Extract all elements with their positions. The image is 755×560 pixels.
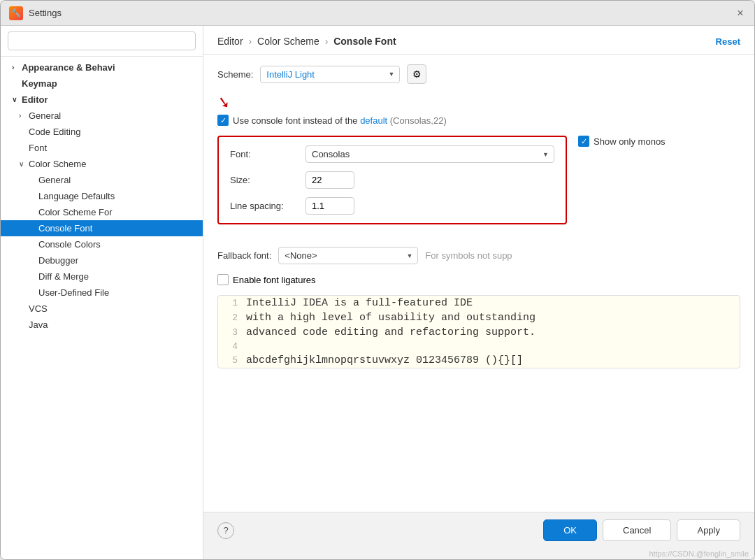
use-console-font-checkbox[interactable]: ✓ (217, 115, 229, 126)
sidebar-item-label: Code Editing (29, 127, 80, 137)
sidebar-item-editor[interactable]: ∨ Editor (1, 92, 203, 108)
reset-button[interactable]: Reset (716, 36, 740, 47)
arrow-icon: › (12, 64, 19, 71)
breadcrumb-part2: Color Scheme (257, 36, 319, 47)
checkmark-icon: ✓ (220, 116, 226, 125)
help-button[interactable]: ? (217, 522, 234, 539)
sidebar-item-font[interactable]: Font (1, 140, 203, 156)
sidebar-item-debugger[interactable]: Debugger (1, 252, 203, 268)
arrow-icon: ∨ (19, 160, 26, 168)
sidebar-item-console-colors[interactable]: Console Colors (1, 236, 203, 252)
breadcrumb-sep1: › (248, 36, 252, 47)
main-layout: 🔍 › Appearance & Behavi Keymap ∨ (1, 26, 754, 559)
preview-text-3: advanced code editing and refactoring su… (246, 326, 535, 338)
size-input[interactable] (305, 171, 354, 189)
sidebar-item-diff-merge[interactable]: Diff & Merge (1, 268, 203, 285)
fallback-font-select[interactable]: <None> (278, 247, 418, 264)
sidebar-item-appearance[interactable]: › Appearance & Behavi (1, 59, 203, 76)
bottom-bar: ? OK Cancel Apply (203, 512, 754, 548)
sidebar-item-keymap[interactable]: Keymap (1, 76, 203, 92)
sidebar-item-label: Debugger (38, 255, 78, 266)
sidebar-item-lang-defaults[interactable]: Language Defaults (1, 188, 203, 204)
font-select[interactable]: Consolas (305, 145, 554, 163)
preview-text-2: with a high level of usability and outst… (246, 312, 535, 324)
close-button[interactable]: × (735, 8, 746, 19)
window-title: Settings (29, 8, 62, 18)
line-spacing-row: Line spacing: (230, 197, 554, 215)
font-label: Font: (230, 149, 300, 159)
ok-button[interactable]: OK (543, 519, 597, 541)
scheme-row: Scheme: IntelliJ Light ⚙ (217, 64, 740, 84)
settings-window: 🔧 Settings × 🔍 › Appearance & Behavi (0, 0, 755, 560)
content-area: Editor › Color Scheme › Console Font Res… (203, 26, 754, 559)
ligatures-checkbox[interactable] (217, 274, 229, 285)
preview-line-4: 4 (218, 340, 740, 353)
size-row: Size: (230, 171, 554, 189)
sidebar-item-label: Language Defaults (38, 191, 115, 201)
ligatures-row: Enable font ligatures (217, 274, 740, 285)
preview-area: 1 IntelliJ IDEA is a full-featured IDE 2… (217, 295, 740, 368)
sidebar-item-label: General (38, 175, 71, 185)
sidebar-item-label: VCS (29, 303, 48, 314)
search-input[interactable] (8, 31, 196, 50)
search-box: 🔍 (1, 26, 203, 57)
apply-button[interactable]: Apply (677, 519, 740, 541)
sidebar-item-user-defined[interactable]: User-Defined File (1, 285, 203, 301)
sidebar-item-label: Diff & Merge (38, 271, 89, 282)
sidebar-item-label: Console Colors (38, 239, 101, 250)
sidebar-item-label: Color Scheme (29, 159, 86, 169)
sidebar-tree: › Appearance & Behavi Keymap ∨ Editor › … (1, 57, 203, 559)
arrow-icon: ∨ (12, 96, 19, 103)
arrow-icon: › (19, 112, 26, 120)
font-settings-box: Font: Consolas Size: (217, 136, 567, 224)
sidebar: 🔍 › Appearance & Behavi Keymap ∨ (1, 26, 203, 559)
breadcrumb-sep2: › (325, 36, 329, 47)
sidebar-item-console-font[interactable]: Console Font (1, 220, 203, 236)
content-header: Editor › Color Scheme › Console Font Res… (203, 26, 754, 55)
sidebar-item-java[interactable]: Java (1, 317, 203, 333)
preview-text-5: abcdefghijklmnopqrstuvwxyz 0123456789 ()… (246, 354, 523, 366)
fallback-font-row: Fallback font: <None> For symbols not su… (217, 247, 740, 264)
line-num-1: 1 (218, 298, 246, 308)
preview-text-1: IntelliJ IDEA is a full-featured IDE (246, 297, 473, 309)
breadcrumb-part1: Editor (217, 36, 243, 47)
cancel-button[interactable]: Cancel (603, 519, 671, 541)
watermark: https://CSDN.@fenglin_smile (203, 548, 754, 559)
console-font-checkbox-row: ✓ Use console font instead of the defaul… (217, 115, 740, 126)
scheme-select[interactable]: IntelliJ Light (260, 66, 400, 83)
line-spacing-input[interactable] (305, 197, 354, 215)
sidebar-item-color-scheme-for[interactable]: Color Scheme For (1, 204, 203, 220)
scheme-label: Scheme: (217, 69, 253, 80)
font-select-wrapper: Consolas (305, 145, 554, 163)
fallback-hint: For symbols not supp (425, 250, 512, 261)
sidebar-item-label: User-Defined File (38, 287, 109, 298)
default-link[interactable]: default (360, 115, 387, 126)
font-settings-outer: Font: Consolas Size: (217, 136, 740, 236)
preview-line-5: 5 abcdefghijklmnopqrstuvwxyz 0123456789 … (218, 353, 740, 368)
preview-line-2: 2 with a high level of usability and out… (218, 310, 740, 325)
title-bar: 🔧 Settings × (1, 1, 754, 26)
ligatures-label: Enable font ligatures (233, 275, 316, 285)
breadcrumb: Editor › Color Scheme › Console Font (217, 36, 396, 47)
sidebar-item-color-scheme[interactable]: ∨ Color Scheme (1, 156, 203, 172)
sidebar-item-general[interactable]: › General (1, 108, 203, 124)
bottom-buttons: OK Cancel Apply (543, 519, 740, 541)
checkmark-icon: ✓ (581, 137, 587, 146)
font-row: Font: Consolas (230, 145, 554, 163)
sidebar-item-vcs[interactable]: VCS (1, 301, 203, 317)
line-num-3: 3 (218, 327, 246, 338)
scheme-select-wrapper: IntelliJ Light (260, 66, 400, 83)
checkbox-label: Use console font instead of the default … (233, 115, 447, 126)
line-num-5: 5 (218, 355, 246, 366)
sidebar-item-label: Color Scheme For (38, 207, 112, 217)
arrow-annotation: ➘ (217, 94, 740, 112)
preview-line-3: 3 advanced code editing and refactoring … (218, 325, 740, 340)
search-wrapper: 🔍 (8, 31, 196, 50)
sidebar-item-code-editing[interactable]: Code Editing (1, 124, 203, 140)
sidebar-item-label: General (29, 110, 61, 121)
line-num-2: 2 (218, 313, 246, 323)
sidebar-item-label: Font (29, 143, 47, 153)
show-only-mono-checkbox[interactable]: ✓ (578, 136, 589, 147)
sidebar-item-cs-general[interactable]: General (1, 172, 203, 188)
gear-button[interactable]: ⚙ (407, 64, 426, 84)
